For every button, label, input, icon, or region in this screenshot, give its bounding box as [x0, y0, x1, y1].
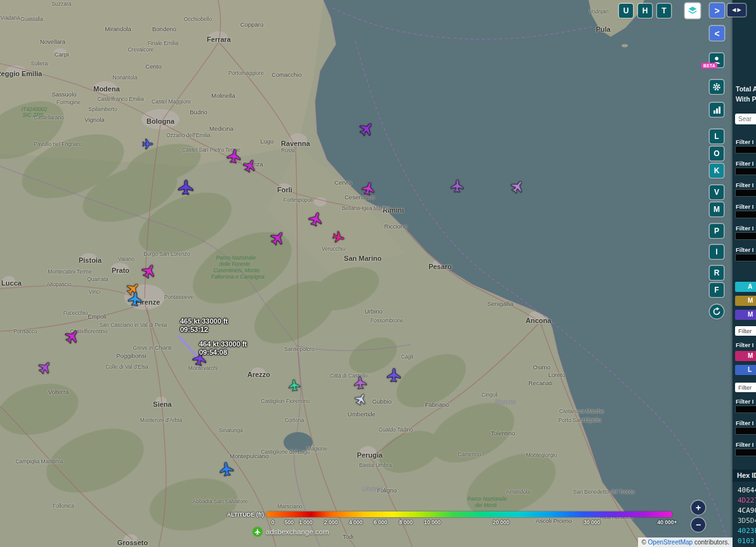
altitude-tick-label: 0: [271, 519, 275, 525]
aircraft-icon[interactable]: [226, 148, 242, 164]
map-tool-button-r[interactable]: R: [710, 266, 724, 280]
altitude-filter-row[interactable]: M: [735, 310, 756, 320]
layers-icon: [687, 5, 698, 16]
aircraft-icon[interactable]: [65, 329, 80, 344]
hex-id-row[interactable]: 4CA90A: [738, 506, 756, 515]
altitude-tick-label: 20 000: [493, 519, 509, 525]
filter-input[interactable]: [735, 449, 756, 456]
altitude-tick-label: 40 000+: [658, 519, 677, 525]
copyright-symbol: ©: [641, 539, 646, 546]
aircraft-icon[interactable]: [386, 367, 401, 383]
altitude-gradient-bar: [266, 511, 672, 517]
map-tool-button-u[interactable]: U: [619, 4, 633, 18]
map-layers-button[interactable]: [685, 3, 700, 18]
filter-input[interactable]: [735, 427, 756, 435]
aircraft-icon[interactable]: [308, 211, 323, 227]
filter-label: Filter I: [736, 398, 754, 405]
aircraft-icon[interactable]: [192, 351, 207, 366]
replay-icon: [712, 306, 722, 317]
aircraft-icon[interactable]: [362, 181, 375, 195]
chevron-right-icon: >: [714, 6, 719, 16]
aircraft-icon[interactable]: [332, 231, 345, 244]
map-tool-button-t[interactable]: T: [657, 4, 671, 18]
map-tool-button-f[interactable]: F: [710, 283, 724, 297]
watermark-text: adsbexchange.com: [266, 528, 329, 536]
altitude-legend: 05001 0002 0004 0006 0008 00010 00020 00…: [266, 511, 672, 529]
zoom-in-button[interactable]: +: [691, 501, 705, 515]
aircraft-icon[interactable]: [219, 461, 234, 477]
islet: [622, 44, 628, 48]
filter-label: Filter I: [736, 225, 754, 232]
aircraft-icon[interactable]: [141, 263, 157, 279]
minus-icon: −: [696, 520, 701, 530]
map-tool-button-h[interactable]: H: [638, 4, 652, 18]
map-tool-button-i[interactable]: I: [710, 245, 724, 259]
openstreetmap-link[interactable]: OpenStreetMap: [648, 539, 693, 546]
map-tool-button-l[interactable]: L: [710, 129, 724, 143]
aircraft-icon[interactable]: [359, 121, 374, 136]
altitude-tick-label: 500: [285, 519, 294, 525]
hex-id-row[interactable]: 406442: [738, 486, 756, 494]
filter-label: Filter I: [736, 203, 754, 210]
aircraft-icon[interactable]: [353, 376, 367, 390]
hex-id-row[interactable]: 4D227F: [738, 496, 756, 504]
chevron-left-icon: <: [714, 29, 719, 39]
altitude-filter-row[interactable]: M: [735, 296, 756, 306]
map-attribution: © OpenStreetMap contributors.: [638, 537, 733, 547]
zoom-out-button[interactable]: −: [691, 518, 705, 532]
map-tool-button-v[interactable]: V: [710, 185, 724, 199]
settings-button[interactable]: [710, 80, 724, 94]
aircraft-icon[interactable]: [450, 179, 464, 193]
aircraft-icon[interactable]: [288, 379, 301, 392]
filter-input[interactable]: [735, 146, 756, 154]
altitude-filter-row[interactable]: A: [735, 282, 756, 292]
filter-label: Filter I: [736, 441, 754, 448]
replay-button[interactable]: [710, 305, 724, 319]
sidebar-expand-button[interactable]: >: [710, 3, 724, 18]
aircraft-icon[interactable]: [243, 159, 257, 173]
hex-id-header: Hex ID: [733, 470, 756, 482]
sidebar-collapse-button[interactable]: <: [710, 26, 724, 41]
filter-input[interactable]: [735, 211, 756, 218]
hex-id-row[interactable]: 4023E3: [738, 527, 756, 535]
aircraft-icon[interactable]: [270, 230, 285, 246]
filter-select[interactable]: Filter: [735, 383, 756, 392]
stats-button[interactable]: [710, 103, 724, 117]
altitude-filter-row[interactable]: L: [735, 365, 756, 375]
aircraft-icon[interactable]: [127, 291, 143, 306]
filter-select[interactable]: Filter: [735, 326, 756, 336]
map-tool-button-k[interactable]: K: [710, 164, 724, 178]
altitude-filter-row[interactable]: M: [735, 351, 756, 361]
map-tool-button-o[interactable]: O: [710, 147, 724, 161]
filter-input[interactable]: [735, 405, 756, 413]
gear-icon: [712, 82, 722, 92]
bar-chart-icon: [712, 105, 722, 115]
aircraft-icon[interactable]: [142, 138, 153, 150]
aircraft-icon[interactable]: [178, 179, 194, 195]
map-canvas[interactable]: [0, 0, 756, 547]
hex-id-row[interactable]: 0103: [738, 537, 755, 545]
sidebar-panel: Total A With P Hex ID Filter IFilter IFi…: [733, 0, 756, 547]
altitude-tick-label: 4 000: [349, 519, 362, 525]
with-positions-stat: With P: [736, 95, 756, 103]
filter-label: Filter I: [736, 341, 754, 348]
map-tool-button-m[interactable]: M: [710, 202, 724, 216]
altitude-tick-label: 2 000: [324, 519, 337, 525]
hex-id-row[interactable]: 3D5D4B: [738, 517, 756, 525]
altitude-tick-label: 6 000: [374, 519, 387, 525]
filter-input[interactable]: [735, 168, 756, 175]
aircraft-icon[interactable]: [355, 393, 367, 405]
filter-input[interactable]: [735, 189, 756, 197]
lake-trasimeno: [284, 432, 313, 452]
filter-input[interactable]: [735, 232, 756, 240]
altitude-tick-label: 30 000: [583, 519, 600, 525]
sidebar-search-input[interactable]: [735, 114, 756, 124]
map-tool-button-p[interactable]: P: [710, 224, 724, 238]
total-aircraft-stat: Total A: [736, 85, 756, 93]
aircraft-icon[interactable]: [38, 360, 52, 374]
filter-label: Filter I: [736, 160, 754, 167]
filter-input[interactable]: [735, 254, 756, 261]
altitude-legend-title: ALTITUDE (ft): [209, 511, 264, 518]
aircraft-icon[interactable]: [511, 180, 525, 194]
panel-resize-button[interactable]: ◀ ▶: [727, 4, 746, 16]
